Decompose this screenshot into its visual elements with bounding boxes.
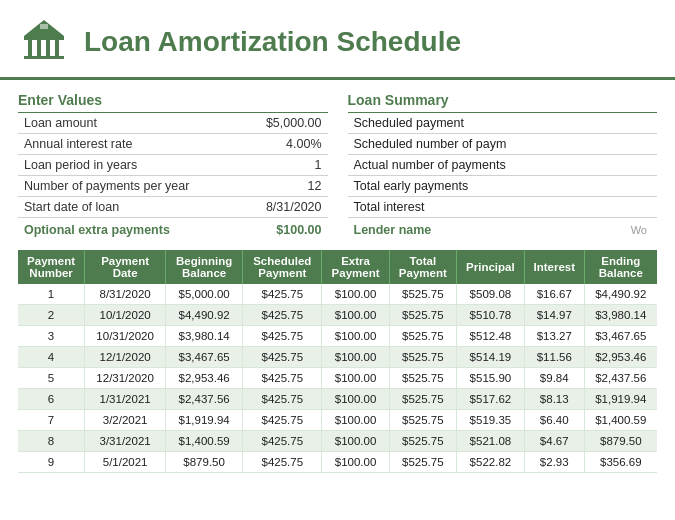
schedule-cell: 8/31/2020: [85, 284, 166, 305]
enter-values-row: Loan period in years1: [18, 155, 328, 176]
schedule-row: 61/31/2021$2,437.56$425.75$100.00$525.75…: [18, 389, 657, 410]
schedule-cell: 12/1/2020: [85, 347, 166, 368]
schedule-cell: $525.75: [389, 368, 456, 389]
schedule-row: 83/31/2021$1,400.59$425.75$100.00$525.75…: [18, 431, 657, 452]
loan-summary-row: Scheduled payment: [348, 113, 658, 134]
loan-summary-row: Total interest: [348, 197, 658, 218]
schedule-cell: $2,953.46: [584, 347, 657, 368]
svg-rect-4: [55, 40, 59, 56]
schedule-cell: 4: [18, 347, 85, 368]
schedule-cell: 7: [18, 410, 85, 431]
loan-summary-row: Scheduled number of paym: [348, 134, 658, 155]
schedule-column-header: Ending Balance: [584, 250, 657, 284]
schedule-column-header: Payment Date: [85, 250, 166, 284]
schedule-cell: $509.08: [456, 284, 524, 305]
schedule-column-header: Payment Number: [18, 250, 85, 284]
schedule-cell: $521.08: [456, 431, 524, 452]
schedule-cell: $13.27: [524, 326, 584, 347]
loan-summary-label: Scheduled number of paym: [348, 134, 637, 155]
lender-row: Lender name Wo: [348, 218, 658, 242]
schedule-cell: $514.19: [456, 347, 524, 368]
schedule-cell: $356.69: [584, 452, 657, 473]
schedule-cell: $1,919.94: [166, 410, 243, 431]
lender-value: Wo: [631, 224, 651, 236]
svg-rect-1: [28, 40, 32, 56]
schedule-cell: $525.75: [389, 284, 456, 305]
schedule-cell: $1,400.59: [584, 410, 657, 431]
enter-values-row: Loan amount$5,000.00: [18, 113, 328, 134]
loan-summary-table: Scheduled paymentScheduled number of pay…: [348, 112, 658, 218]
schedule-cell: $100.00: [322, 410, 389, 431]
schedule-cell: 3/2/2021: [85, 410, 166, 431]
schedule-cell: $425.75: [243, 368, 322, 389]
schedule-row: 210/1/2020$4,490.92$425.75$100.00$525.75…: [18, 305, 657, 326]
schedule-cell: $9.84: [524, 368, 584, 389]
schedule-cell: $100.00: [322, 368, 389, 389]
schedule-cell: $100.00: [322, 326, 389, 347]
schedule-cell: $3,467.65: [584, 326, 657, 347]
schedule-cell: $3,980.14: [166, 326, 243, 347]
schedule-cell: $510.78: [456, 305, 524, 326]
loan-summary-label: Total interest: [348, 197, 637, 218]
schedule-cell: $425.75: [243, 431, 322, 452]
schedule-table: Payment NumberPayment DateBeginning Bala…: [18, 250, 657, 473]
schedule-cell: 1: [18, 284, 85, 305]
optional-extra-value: $100.00: [276, 223, 321, 237]
schedule-cell: $525.75: [389, 326, 456, 347]
schedule-column-header: Total Payment: [389, 250, 456, 284]
schedule-cell: $100.00: [322, 389, 389, 410]
enter-values-label: Loan amount: [18, 113, 242, 134]
loan-summary-label: Total early payments: [348, 176, 637, 197]
schedule-row: 512/31/2020$2,953.46$425.75$100.00$525.7…: [18, 368, 657, 389]
optional-extra-label: Optional extra payments: [24, 223, 170, 237]
schedule-cell: $525.75: [389, 305, 456, 326]
schedule-cell: $100.00: [322, 305, 389, 326]
enter-values-value: 1: [242, 155, 327, 176]
enter-values-value: $5,000.00: [242, 113, 327, 134]
schedule-column-header: Scheduled Payment: [243, 250, 322, 284]
schedule-row: 412/1/2020$3,467.65$425.75$100.00$525.75…: [18, 347, 657, 368]
enter-values-label: Annual interest rate: [18, 134, 242, 155]
svg-rect-3: [46, 40, 50, 56]
schedule-cell: $5,000.00: [166, 284, 243, 305]
main-panels: Enter Values Loan amount$5,000.00Annual …: [0, 80, 675, 242]
svg-rect-7: [40, 24, 48, 29]
svg-rect-2: [37, 40, 41, 56]
enter-values-table: Loan amount$5,000.00Annual interest rate…: [18, 112, 328, 218]
schedule-section: Payment NumberPayment DateBeginning Bala…: [0, 242, 675, 473]
schedule-row: 18/31/2020$5,000.00$425.75$100.00$525.75…: [18, 284, 657, 305]
lender-label: Lender name: [354, 223, 432, 237]
schedule-cell: $525.75: [389, 452, 456, 473]
schedule-cell: $2,953.46: [166, 368, 243, 389]
schedule-column-header: Extra Payment: [322, 250, 389, 284]
schedule-row: 73/2/2021$1,919.94$425.75$100.00$525.75$…: [18, 410, 657, 431]
schedule-cell: $517.62: [456, 389, 524, 410]
loan-summary-title: Loan Summary: [348, 92, 658, 108]
schedule-column-header: Beginning Balance: [166, 250, 243, 284]
schedule-cell: $1,400.59: [166, 431, 243, 452]
loan-summary-value: [636, 155, 657, 176]
page-title: Loan Amortization Schedule: [84, 26, 461, 58]
loan-summary-value: [636, 134, 657, 155]
optional-extra-payments-row: Optional extra payments $100.00: [18, 218, 328, 242]
schedule-cell: $4.67: [524, 431, 584, 452]
enter-values-row: Annual interest rate4.00%: [18, 134, 328, 155]
schedule-cell: $425.75: [243, 410, 322, 431]
schedule-cell: $515.90: [456, 368, 524, 389]
enter-values-label: Number of payments per year: [18, 176, 242, 197]
loan-summary-panel: Loan Summary Scheduled paymentScheduled …: [348, 92, 658, 242]
schedule-cell: $425.75: [243, 347, 322, 368]
schedule-cell: 2: [18, 305, 85, 326]
schedule-cell: $2,437.56: [584, 368, 657, 389]
schedule-cell: $879.50: [166, 452, 243, 473]
schedule-cell: $3,980.14: [584, 305, 657, 326]
schedule-cell: $100.00: [322, 431, 389, 452]
schedule-cell: 9: [18, 452, 85, 473]
schedule-cell: $1,919.94: [584, 389, 657, 410]
svg-rect-0: [24, 36, 64, 40]
enter-values-title: Enter Values: [18, 92, 328, 108]
schedule-cell: $11.56: [524, 347, 584, 368]
schedule-cell: $14.97: [524, 305, 584, 326]
schedule-cell: $425.75: [243, 452, 322, 473]
schedule-cell: $425.75: [243, 284, 322, 305]
